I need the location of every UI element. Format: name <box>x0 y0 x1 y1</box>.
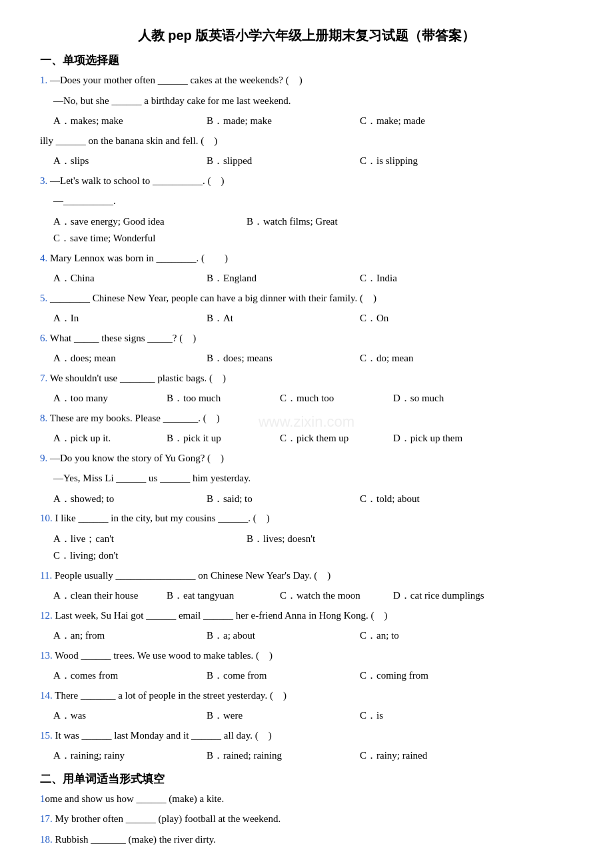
q-num-6: 6. <box>40 333 47 343</box>
option-14a: A．was <box>53 707 200 725</box>
option-8a: A．pick up it. <box>53 430 160 447</box>
q-num-11: 11. <box>40 570 52 581</box>
fill-question-16: 1ome and show us how ______ (make) a kit… <box>40 791 573 808</box>
option-13a: A．comes from <box>53 667 200 685</box>
option-10b: B．lives; doesn't <box>247 531 433 548</box>
options-8: A．pick up it. B．pick it up C．pick them u… <box>53 430 573 447</box>
option-1b: B．made; make <box>207 113 353 130</box>
option-11c: C．watch the moon <box>280 587 386 605</box>
q-num-3: 3. <box>40 175 47 186</box>
option-8d: D．pick up them <box>393 430 500 447</box>
options-14: A．was B．were C．is <box>53 707 573 725</box>
option-13c: C．coming from <box>360 667 506 685</box>
option-8c: C．pick them up <box>280 430 386 447</box>
options-7: A．too many B．too much C．much too D．so mu… <box>53 390 573 407</box>
option-11b: B．eat tangyuan <box>167 587 273 605</box>
options-5: A．In B．At C．On <box>53 310 573 327</box>
page-title: 人教 pep 版英语小学六年级上册期末复习试题（带答案） <box>40 27 573 45</box>
q-num-5: 5. <box>40 293 47 303</box>
option-4a: A．China <box>53 270 200 287</box>
option-8b: B．pick it up <box>167 430 273 447</box>
option-12b: B．a; about <box>207 627 353 645</box>
option-7c: C．much too <box>280 390 386 407</box>
fill-num-17: 17. <box>40 813 53 824</box>
option-4b: B．England <box>207 270 353 287</box>
q-num-8: 8. <box>40 413 47 423</box>
option-4c: C．India <box>360 270 506 287</box>
option-6b: B．does; means <box>207 350 353 367</box>
question-5: 5. ________ Chinese New Year, people can… <box>40 290 573 307</box>
question-9-sub: —Yes, Miss Li ______ us ______ him yeste… <box>53 470 573 487</box>
option-11a: A．clean their house <box>53 587 160 605</box>
question-1-sub: —No, but she ______ a birthday cake for … <box>53 93 573 110</box>
question-6: 6. What _____ these signs _____? ( ) <box>40 330 573 347</box>
option-12a: A．an; from <box>53 627 200 645</box>
options-13: A．comes from B．come from C．coming from <box>53 667 573 685</box>
question-15: 15. It was ______ last Monday and it ___… <box>40 727 573 745</box>
question-14: 14. There _______ a lot of people in the… <box>40 687 573 705</box>
option-7b: B．too much <box>167 390 273 407</box>
question-10: 10. I like ______ in the city, but my co… <box>40 510 573 527</box>
option-15a: A．raining; rainy <box>53 747 200 765</box>
question-7: 7. We shouldn't use _______ plastic bags… <box>40 370 573 387</box>
option-10c: C．living; don't <box>53 547 240 565</box>
options-4: A．China B．England C．India <box>53 270 573 287</box>
options-10: A．live；can't B．lives; doesn't C．living; … <box>53 531 573 565</box>
q-num-4: 4. <box>40 253 47 263</box>
option-2b: B．slipped <box>207 153 353 170</box>
q-num-9: 9. <box>40 453 47 463</box>
option-9b: B．said; to <box>207 491 353 508</box>
option-6c: C．do; mean <box>360 350 506 367</box>
question-1: 1. —Does your mother often ______ cakes … <box>40 72 573 89</box>
option-5a: A．In <box>53 310 200 327</box>
question-12: 12. Last week, Su Hai got ______ email _… <box>40 607 573 625</box>
option-10a: A．live；can't <box>53 531 240 548</box>
options-12: A．an; from B．a; about C．an; to <box>53 627 573 645</box>
q-num-13: 13. <box>40 650 53 661</box>
q-num-12: 12. <box>40 610 53 621</box>
option-6a: A．does; mean <box>53 350 200 367</box>
option-13b: B．come from <box>207 667 353 685</box>
option-2a: A．slips <box>53 153 200 170</box>
option-5c: C．On <box>360 310 506 327</box>
option-1c: C．make; made <box>360 113 506 130</box>
option-9c: C．told; about <box>360 491 506 508</box>
question-3-sub: —__________. <box>53 193 573 210</box>
q-num-10: 10. <box>40 513 53 523</box>
option-3b: B．watch films; Great <box>247 213 433 231</box>
option-9a: A．showed; to <box>53 491 200 508</box>
question-2: illy ______ on the banana skin and fell.… <box>40 133 573 150</box>
option-2c: C．is slipping <box>360 153 506 170</box>
option-3c: C．save time; Wonderful <box>53 230 240 247</box>
question-3: 3. —Let's walk to school to __________. … <box>40 173 573 190</box>
question-11: 11. People usually ________________ on C… <box>40 567 573 585</box>
q-num-14: 14. <box>40 690 53 701</box>
options-2: A．slips B．slipped C．is slipping <box>53 153 573 170</box>
option-5b: B．At <box>207 310 353 327</box>
option-14c: C．is <box>360 707 506 725</box>
options-6: A．does; mean B．does; means C．do; mean <box>53 350 573 367</box>
option-1a: A．makes; make <box>53 113 200 130</box>
question-13: 13. Wood ______ trees. We use wood to ma… <box>40 647 573 665</box>
fill-num-18: 18. <box>40 834 53 845</box>
fill-num-16: 1 <box>40 793 45 804</box>
section1-title: 一、单项选择题 <box>40 53 573 68</box>
fill-question-18: 18. Rubbish _______ (make) the river dir… <box>40 831 573 849</box>
option-15b: B．rained; raining <box>207 747 353 765</box>
section2-title: 二、用单词适当形式填空 <box>40 771 573 787</box>
option-3a: A．save energy; Good idea <box>53 213 240 231</box>
question-8: 8. These are my books. Please _______. (… <box>40 410 573 427</box>
options-1: A．makes; make B．made; make C．make; made <box>53 113 573 130</box>
fill-question-17: 17. My brother often ______ (play) footb… <box>40 811 573 828</box>
q-num-7: 7. <box>40 373 47 383</box>
options-3: A．save energy; Good idea B．watch films; … <box>53 213 573 247</box>
option-12c: C．an; to <box>360 627 506 645</box>
option-7a: A．too many <box>53 390 160 407</box>
option-14b: B．were <box>207 707 353 725</box>
option-7d: D．so much <box>393 390 500 407</box>
option-15c: C．rainy; rained <box>360 747 506 765</box>
question-4: 4. Mary Lennox was born in ________. ( ) <box>40 250 573 267</box>
q-num-15: 15. <box>40 730 53 741</box>
q-num-1: 1. <box>40 75 47 85</box>
options-11: A．clean their house B．eat tangyuan C．wat… <box>53 587 573 605</box>
